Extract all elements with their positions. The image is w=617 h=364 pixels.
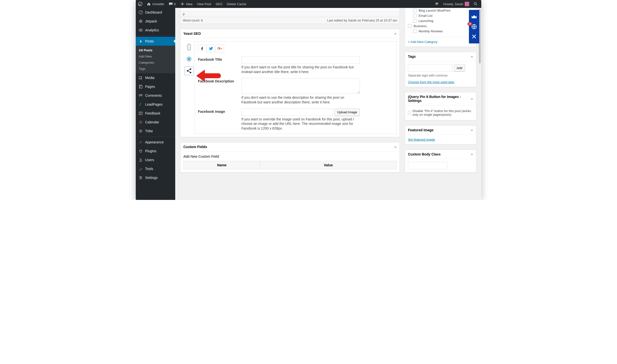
yoast-tab-readability[interactable]	[185, 43, 193, 52]
categories-box: Blog Launch BluePrintEmail ListLaunching…	[405, 8, 476, 47]
pinit-checkbox-row[interactable]: Disable "Pin it" button for this post (w…	[408, 108, 473, 117]
home-icon	[147, 2, 151, 6]
menu-appearance[interactable]: Appearance	[136, 138, 175, 147]
yoast-tab-advanced[interactable]	[185, 55, 193, 63]
wrench-icon	[138, 166, 143, 171]
submenu-all-posts[interactable]: All Posts	[136, 47, 175, 53]
category-checkbox[interactable]	[413, 19, 417, 23]
fb-desc-input[interactable]	[241, 78, 360, 94]
pinit-checkbox[interactable]	[408, 111, 410, 115]
category-checkbox[interactable]	[408, 24, 412, 28]
seo-link[interactable]: SEO	[213, 0, 225, 8]
wordpress-icon	[138, 2, 142, 6]
toggle-icon	[471, 56, 473, 57]
tags-add-button[interactable]: Add	[454, 64, 465, 72]
svg-point-23	[187, 70, 188, 72]
new-link[interactable]: New	[178, 0, 195, 8]
comments-link[interactable]: 0	[166, 0, 178, 8]
plus-icon	[180, 2, 185, 6]
svg-point-6	[140, 29, 142, 31]
svg-point-15	[140, 176, 141, 177]
sumo-crown[interactable]	[469, 12, 479, 22]
pinit-header[interactable]: jQuery Pin It Button for Images - Settin…	[405, 92, 476, 105]
menu-comments[interactable]: Comments	[136, 91, 175, 100]
calendar-icon	[138, 120, 143, 125]
tags-input[interactable]	[408, 64, 452, 72]
plug-icon	[138, 149, 143, 153]
submenu-tags[interactable]: Tags	[136, 66, 175, 72]
fb-desc-label: Facebook Description	[198, 78, 237, 105]
custom-fields-header[interactable]: Custom Fields	[180, 142, 400, 152]
menu-posts[interactable]: Posts	[136, 37, 175, 46]
view-post-link[interactable]: View Post	[195, 0, 213, 8]
menu-tribe[interactable]: Tribe	[136, 127, 175, 135]
comment-icon	[169, 2, 173, 6]
svg-point-21	[189, 48, 190, 49]
category-item[interactable]: Monthly Reviews	[408, 29, 473, 34]
admin-bar: Unsettle 0 New View Post SEO Delete Cach…	[136, 0, 481, 8]
upload-image-button[interactable]: Upload Image	[334, 109, 360, 116]
account-link[interactable]: Howdy, Sarah	[441, 0, 471, 8]
menu-calendar[interactable]: Calendar	[136, 118, 175, 127]
twitter-icon	[209, 47, 213, 50]
menu-plugins[interactable]: Plugins	[136, 147, 175, 155]
category-item[interactable]: Business	[408, 23, 473, 29]
submenu-add-new[interactable]: Add New	[136, 53, 175, 59]
tags-choose-link[interactable]: Choose from the most used tags	[408, 80, 454, 84]
add-new-custom-field-label: Add New Custom Field:	[183, 154, 397, 158]
delete-cache-link[interactable]: Delete Cache	[225, 0, 249, 8]
menu-jetpack[interactable]: Jetpack	[136, 17, 175, 26]
menu-settings[interactable]: Settings	[136, 173, 175, 182]
menu-posts-submenu: All Posts Add New Categories Tags	[136, 46, 175, 73]
fb-image-label: Facebook Image	[198, 109, 237, 131]
svg-point-14	[140, 158, 141, 160]
social-tab-twitter[interactable]	[207, 44, 215, 53]
category-item[interactable]: Email List	[408, 13, 473, 18]
set-featured-image-link[interactable]: Set featured image	[408, 138, 435, 141]
add-new-category-link[interactable]: + Add New Category	[408, 40, 438, 44]
yoast-tab-social[interactable]	[185, 66, 193, 75]
tags-header[interactable]: Tags	[405, 52, 476, 61]
category-checkbox[interactable]	[413, 14, 417, 18]
cf-name-header: Name	[184, 161, 260, 169]
category-item[interactable]: Launching	[408, 18, 473, 23]
menu-analytics[interactable]: Analytics	[136, 26, 175, 35]
featured-image-header[interactable]: Featured Image	[405, 126, 476, 135]
category-item[interactable]: Blog Launch BluePrint	[408, 8, 473, 13]
body-class-header[interactable]: Custom Body Class	[405, 150, 476, 159]
tags-box: Tags Add Separate tags with commas Choos…	[405, 52, 476, 87]
traffic-light-icon	[187, 44, 191, 50]
menu-users[interactable]: Users	[136, 155, 175, 164]
menu-media[interactable]: Media	[136, 73, 175, 82]
globe-icon	[471, 24, 477, 29]
menu-leadpages[interactable]: LeadPages	[136, 100, 175, 109]
wp-logo[interactable]	[136, 0, 145, 8]
fb-image-input[interactable]	[241, 109, 333, 116]
leadpages-icon	[138, 102, 143, 107]
sumo-close[interactable]	[469, 32, 479, 41]
menu-tools[interactable]: Tools	[136, 164, 175, 173]
toggle-icon	[394, 33, 397, 34]
site-name-link[interactable]: Unsettle	[145, 0, 166, 8]
menu-dashboard[interactable]: Dashboard	[136, 8, 175, 17]
social-tab-google[interactable]	[216, 44, 224, 53]
search-toggle[interactable]	[471, 0, 480, 8]
toggle-icon	[471, 98, 473, 99]
notifications-link[interactable]	[433, 0, 441, 8]
svg-rect-10	[140, 86, 142, 88]
submenu-categories[interactable]: Categories	[136, 59, 175, 66]
yoast-seo-header[interactable]: Yoast SEO	[180, 29, 400, 38]
sumo-notifications[interactable]: 29	[469, 22, 479, 32]
feedback-icon	[138, 111, 143, 116]
category-checkbox[interactable]	[413, 9, 417, 12]
body-class-input[interactable]	[408, 162, 447, 169]
category-checkbox[interactable]	[413, 29, 417, 33]
search-icon	[474, 2, 478, 6]
svg-point-13	[140, 130, 141, 132]
social-tab-facebook[interactable]	[198, 44, 206, 53]
menu-pages[interactable]: Pages	[136, 82, 175, 91]
svg-point-20	[189, 47, 190, 48]
svg-point-8	[141, 77, 142, 77]
menu-feedback[interactable]: Feedback	[136, 109, 175, 118]
fb-title-input[interactable]	[241, 57, 360, 64]
